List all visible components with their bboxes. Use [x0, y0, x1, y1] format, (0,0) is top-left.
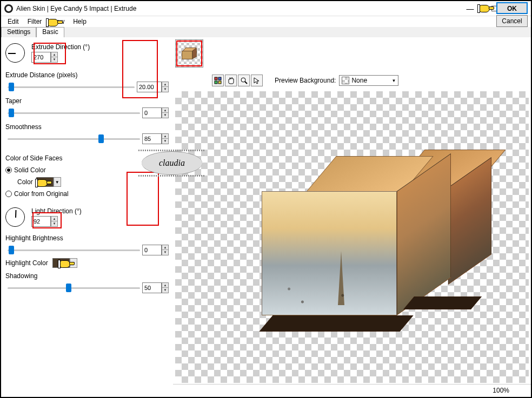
shadowing-label: Shadowing	[5, 272, 37, 280]
extrude-direction-input[interactable]	[31, 52, 51, 63]
spinner-buttons[interactable]: ▲▼	[162, 245, 169, 255]
zoom-tool-icon[interactable]	[238, 75, 250, 86]
fit-color-tool-icon[interactable]	[212, 75, 224, 86]
spinner-buttons[interactable]: ▲▼	[162, 107, 169, 118]
extrude-distance-input[interactable]	[137, 82, 162, 92]
spinner-buttons[interactable]: ▲▼	[51, 216, 58, 227]
parameters-panel: Extrude Direction (°) ▲▼ Extrude Distanc…	[1, 37, 173, 396]
spinner-buttons[interactable]: ▲▼	[162, 82, 169, 92]
svg-rect-2	[215, 81, 217, 84]
light-direction-input[interactable]	[31, 216, 51, 227]
spinner-buttons[interactable]: ▲▼	[162, 133, 169, 144]
pointer-tool-icon[interactable]	[251, 75, 263, 86]
cancel-button[interactable]: Cancel	[496, 15, 528, 27]
tab-settings[interactable]: Settings	[1, 27, 36, 37]
tab-basic[interactable]: Basic	[36, 27, 64, 37]
transparency-swatch-icon	[342, 77, 349, 84]
highlight-brightness-input[interactable]	[142, 245, 162, 255]
chevron-down-icon: ▼	[391, 78, 396, 83]
svg-rect-1	[218, 77, 221, 80]
cube-icon	[181, 46, 198, 60]
extrude-direction-label: Extrude Direction (°)	[31, 43, 90, 51]
taper-input[interactable]	[142, 107, 162, 118]
preview-bg-value: None	[351, 77, 367, 84]
highlight-brightness-label: Highlight Brightness	[5, 234, 63, 242]
preset-thumbnail[interactable]	[175, 39, 203, 68]
hand-tool-icon[interactable]	[225, 75, 237, 86]
light-direction-label: Light Direction (°)	[31, 207, 82, 215]
dialog-buttons: OK Cancel	[496, 2, 528, 27]
side-color-swatch[interactable]	[36, 177, 54, 187]
taper-label: Taper	[5, 97, 22, 105]
minimize-button[interactable]: —	[458, 1, 482, 16]
preview-toolbar: Preview Background: None ▼	[173, 70, 531, 91]
menubar: Edit Filter View Help	[1, 16, 531, 27]
app-icon	[4, 4, 13, 13]
menu-edit[interactable]: Edit	[3, 17, 23, 26]
svg-point-4	[241, 78, 245, 82]
ok-button[interactable]: OK	[496, 2, 528, 14]
highlight-brightness-slider[interactable]	[8, 249, 140, 251]
highlight-color-dropdown[interactable]: ▼	[70, 258, 77, 268]
shadowing-slider[interactable]	[8, 287, 140, 289]
color-label: Color	[17, 178, 33, 186]
menu-view[interactable]: View	[46, 17, 69, 26]
statusbar: 100%	[173, 384, 531, 396]
solid-color-label: Solid Color	[14, 166, 46, 174]
highlight-color-label: Highlight Color	[5, 259, 48, 267]
preview-panel: Preview Background: None ▼	[173, 37, 531, 396]
color-from-original-label: Color from Original	[14, 190, 69, 198]
smoothness-label: Smoothness	[5, 123, 42, 131]
svg-rect-0	[215, 77, 217, 80]
extrude-distance-label: Extrude Distance (pixels)	[5, 71, 77, 79]
preview-canvas[interactable]	[175, 91, 529, 383]
smoothness-slider[interactable]	[8, 138, 140, 140]
plugin-window: Alien Skin | Eye Candy 5 Impact | Extrud…	[0, 0, 532, 398]
titlebar: Alien Skin | Eye Candy 5 Impact | Extrud…	[1, 1, 531, 16]
window-title: Alien Skin | Eye Candy 5 Impact | Extrud…	[16, 5, 458, 12]
content: Extrude Direction (°) ▲▼ Extrude Distanc…	[1, 37, 531, 396]
color-dropdown[interactable]: ▼	[54, 177, 61, 187]
svg-rect-3	[218, 81, 221, 84]
side-face-group-label: Color of Side Faces	[5, 154, 62, 162]
svg-line-5	[245, 82, 247, 84]
extrude-direction-dial[interactable]	[5, 43, 25, 63]
preview-bg-select[interactable]: None ▼	[339, 75, 398, 86]
solid-color-radio[interactable]	[5, 167, 12, 173]
watermark: claudia	[142, 151, 202, 175]
menu-filter[interactable]: Filter	[23, 17, 46, 26]
spinner-buttons[interactable]: ▲▼	[162, 282, 169, 293]
tab-strip: Settings Basic	[1, 27, 531, 37]
spinner-buttons[interactable]: ▲▼	[51, 52, 58, 63]
extrude-distance-slider[interactable]	[8, 86, 135, 88]
zoom-level: 100%	[493, 387, 509, 394]
highlight-color-swatch[interactable]	[52, 258, 70, 268]
preview-bg-label: Preview Background:	[275, 77, 336, 84]
taper-slider[interactable]	[8, 112, 140, 114]
light-direction-dial[interactable]	[5, 207, 25, 227]
smoothness-input[interactable]	[142, 133, 162, 144]
color-from-original-radio[interactable]	[5, 191, 12, 197]
menu-help[interactable]: Help	[69, 17, 91, 26]
shadowing-input[interactable]	[142, 282, 162, 293]
